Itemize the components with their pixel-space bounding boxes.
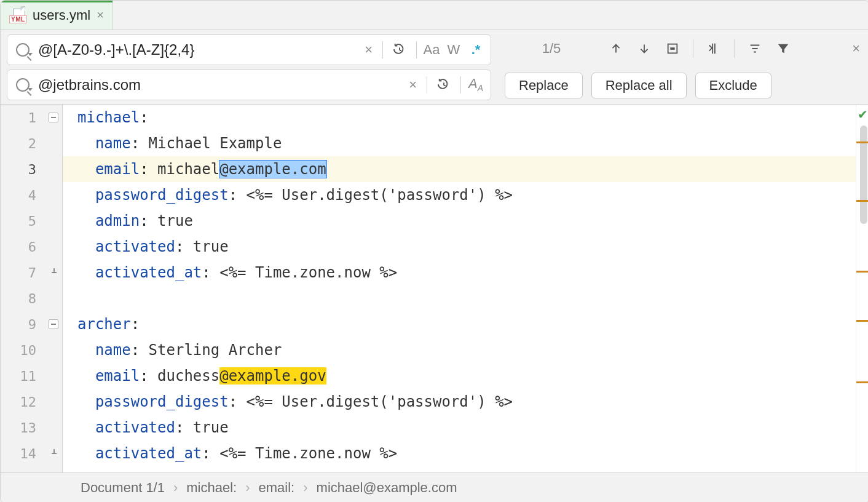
gutter-line: 11 <box>1 363 62 389</box>
find-input[interactable] <box>37 41 358 59</box>
file-tab[interactable]: YML users.yml × <box>1 1 113 30</box>
search-icon[interactable] <box>16 78 30 92</box>
code-line[interactable]: password_digest: <%= User.digest('passwo… <box>63 389 856 415</box>
breadcrumb-item[interactable]: michael: <box>186 480 237 496</box>
replace-history-icon[interactable] <box>431 73 457 97</box>
code-line[interactable]: admin: true <box>63 208 856 234</box>
search-icon[interactable] <box>16 43 30 57</box>
inspection-ok-icon: ✔ <box>856 107 868 122</box>
replace-input[interactable] <box>37 76 403 94</box>
marker-strip[interactable]: ✔ <box>856 105 868 472</box>
gutter-line: 9 <box>1 311 62 337</box>
exclude-button[interactable]: Exclude <box>695 73 771 98</box>
tab-bar: YML users.yml × <box>1 1 868 30</box>
gutter-line: 13 <box>1 415 62 440</box>
next-match-button[interactable] <box>631 36 657 61</box>
gutter-line: 10 <box>1 337 62 363</box>
fold-toggle-icon[interactable] <box>49 113 58 122</box>
scrollbar-thumb[interactable] <box>860 126 867 224</box>
whole-words-toggle[interactable]: W <box>443 42 465 58</box>
code-line[interactable]: activated: true <box>63 415 856 440</box>
breadcrumb: Document 1/1 › michael: › email: › micha… <box>1 472 868 502</box>
select-all-button[interactable] <box>660 36 685 61</box>
replace-input-wrap: × AA <box>7 70 491 100</box>
toggle-filter-button[interactable] <box>742 36 768 61</box>
code-line[interactable]: name: Sterling Archer <box>63 337 856 363</box>
code-line[interactable]: michael: <box>63 105 856 130</box>
code-line[interactable] <box>63 285 856 311</box>
gutter-line: 5 <box>1 208 62 234</box>
breadcrumb-item[interactable]: michael@example.com <box>317 480 457 496</box>
fold-toggle-icon[interactable] <box>50 268 58 277</box>
close-panel-icon[interactable]: × <box>850 41 862 57</box>
code-line[interactable]: password_digest: <%= User.digest('passwo… <box>63 182 856 208</box>
match-marker[interactable] <box>856 320 868 322</box>
editor[interactable]: 1234567891011121314 michael: name: Micha… <box>1 105 868 472</box>
fold-toggle-icon[interactable] <box>50 449 58 458</box>
find-input-wrap: × Aa W .* <box>7 34 491 65</box>
code-line[interactable]: activated_at: <%= Time.zone.now %> <box>63 440 856 466</box>
gutter-line: 3 <box>1 156 62 182</box>
code-line[interactable]: email: michael@example.com <box>63 156 856 182</box>
filter-button[interactable] <box>770 36 796 61</box>
match-marker[interactable] <box>856 271 868 273</box>
close-tab-icon[interactable]: × <box>97 8 104 22</box>
gutter: 1234567891011121314 <box>1 105 63 472</box>
code-line[interactable]: email: duchess@example.gov <box>63 363 856 389</box>
gutter-line: 6 <box>1 234 62 260</box>
code-line[interactable]: name: Michael Example <box>63 130 856 156</box>
match-marker[interactable] <box>856 381 868 383</box>
tab-filename: users.yml <box>33 7 90 23</box>
match-marker[interactable] <box>856 200 868 202</box>
code-line[interactable]: activated: true <box>63 234 856 260</box>
code-line[interactable]: activated_at: <%= Time.zone.now %> <box>63 260 856 285</box>
code-area[interactable]: michael: name: Michael Example email: mi… <box>63 105 856 472</box>
gutter-line: 7 <box>1 260 62 285</box>
gutter-line: 4 <box>1 182 62 208</box>
prev-match-button[interactable] <box>603 36 629 61</box>
preserve-case-toggle[interactable]: AA <box>465 76 487 93</box>
yaml-file-icon: YML <box>9 9 26 22</box>
fold-toggle-icon[interactable] <box>49 319 58 329</box>
breadcrumb-item[interactable]: email: <box>259 480 295 496</box>
regex-toggle[interactable]: .* <box>465 42 487 58</box>
match-marker[interactable] <box>856 141 868 143</box>
clear-find-icon[interactable]: × <box>358 42 379 58</box>
find-history-icon[interactable] <box>387 38 412 62</box>
replace-button[interactable]: Replace <box>505 73 583 98</box>
add-selection-button[interactable] <box>701 36 727 61</box>
breadcrumb-doc[interactable]: Document 1/1 <box>81 480 165 496</box>
gutter-line: 12 <box>1 389 62 415</box>
ide-frame: YML users.yml × × Aa W .* <box>0 0 868 502</box>
clear-replace-icon[interactable]: × <box>403 77 423 93</box>
match-counter: 1/5 <box>502 41 601 57</box>
code-line[interactable]: archer: <box>63 311 856 337</box>
gutter-line: 1 <box>1 105 62 130</box>
find-replace-panel: × Aa W .* × <box>1 30 868 105</box>
gutter-line: 2 <box>1 130 62 156</box>
gutter-line: 8 <box>1 285 62 311</box>
replace-all-button[interactable]: Replace all <box>591 73 687 98</box>
match-case-toggle[interactable]: Aa <box>420 42 443 58</box>
gutter-line: 14 <box>1 440 62 466</box>
svg-rect-1 <box>670 47 674 50</box>
